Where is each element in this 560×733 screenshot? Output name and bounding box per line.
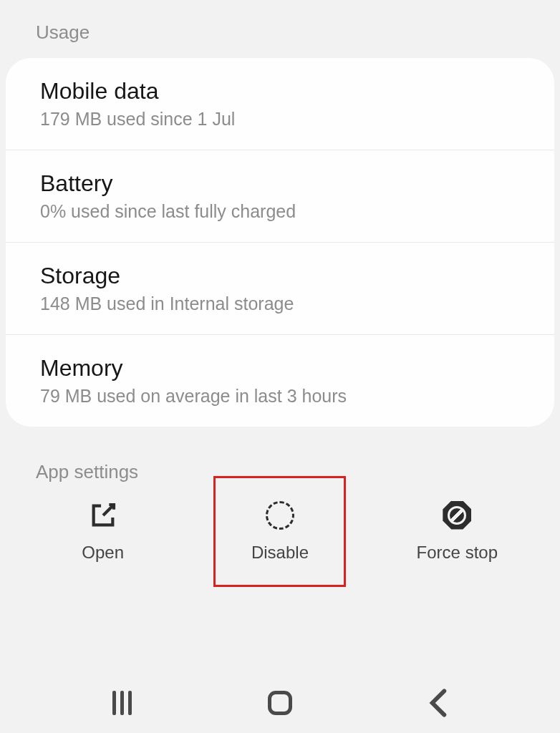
back-icon xyxy=(420,685,456,721)
mobile-data-item[interactable]: Mobile data 179 MB used since 1 Jul xyxy=(6,58,554,150)
mobile-data-subtitle: 179 MB used since 1 Jul xyxy=(40,109,520,130)
memory-subtitle: 79 MB used on average in last 3 hours xyxy=(40,386,520,407)
force-stop-icon xyxy=(443,501,471,530)
app-settings-section-header: App settings xyxy=(0,427,560,483)
force-stop-button[interactable]: Force stop xyxy=(391,476,523,587)
home-icon xyxy=(268,691,292,715)
storage-item[interactable]: Storage 148 MB used in Internal storage xyxy=(6,243,554,335)
mobile-data-title: Mobile data xyxy=(40,78,520,105)
memory-title: Memory xyxy=(40,355,520,382)
back-button[interactable] xyxy=(420,685,456,721)
memory-item[interactable]: Memory 79 MB used on average in last 3 h… xyxy=(6,335,554,427)
battery-subtitle: 0% used since last fully charged xyxy=(40,201,520,222)
storage-subtitle: 148 MB used in Internal storage xyxy=(40,293,520,314)
battery-title: Battery xyxy=(40,170,520,197)
recents-button[interactable] xyxy=(104,685,140,721)
force-stop-label: Force stop xyxy=(417,543,498,563)
navigation-bar xyxy=(0,672,560,733)
disable-icon xyxy=(266,501,294,530)
disable-button[interactable]: Disable xyxy=(213,476,346,587)
battery-item[interactable]: Battery 0% used since last fully charged xyxy=(6,150,554,243)
open-icon xyxy=(89,501,117,530)
open-button[interactable]: Open xyxy=(37,476,169,587)
open-label: Open xyxy=(82,543,124,563)
recents-icon xyxy=(112,691,132,715)
usage-card: Mobile data 179 MB used since 1 Jul Batt… xyxy=(6,58,554,427)
storage-title: Storage xyxy=(40,263,520,289)
usage-section-header: Usage xyxy=(0,0,560,58)
home-button[interactable] xyxy=(262,685,298,721)
action-bar: Open Disable Force stop xyxy=(0,476,560,587)
disable-label: Disable xyxy=(251,543,309,563)
